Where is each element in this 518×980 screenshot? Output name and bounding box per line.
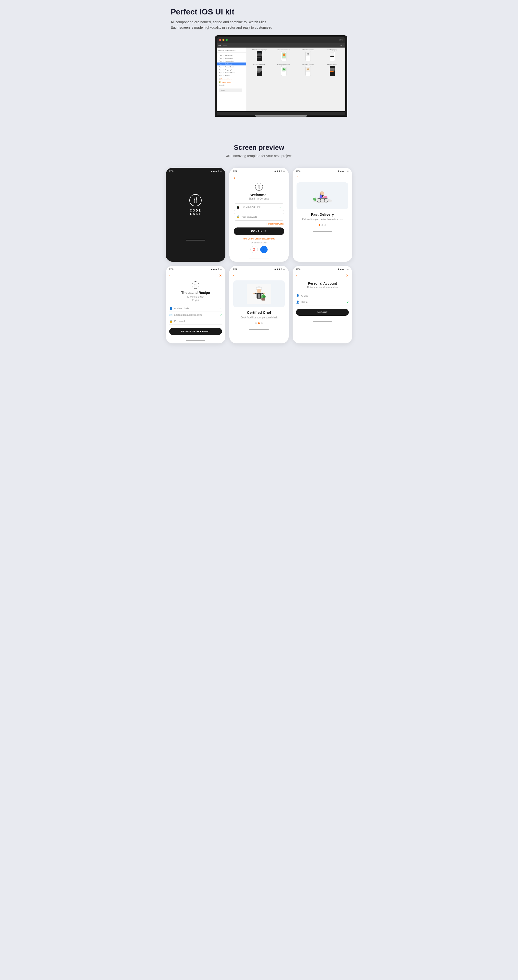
register-logo: 🍴: [169, 282, 222, 289]
dot-3[interactable]: [325, 224, 326, 226]
phone-nav-register: ‹ ✕: [169, 274, 222, 277]
svg-rect-5: [320, 196, 322, 198]
page-title: Perfect IOS UI kit: [171, 7, 347, 16]
page-description: All componend are named, sorted and comb…: [171, 19, 274, 30]
name-form-row[interactable]: 👤 Andrea Hirata ✓: [169, 305, 222, 312]
name-check-icon: ✓: [220, 307, 222, 310]
preview-title: Screen preview: [166, 144, 352, 151]
screen-col-5: 5.2-Product detail info: [248, 64, 271, 76]
back-arrow-chef[interactable]: ‹: [233, 273, 285, 277]
dot-2[interactable]: [322, 224, 323, 226]
password-input-field[interactable]: 🔒 Your password: [234, 213, 285, 221]
submit-button[interactable]: SUBMIT: [296, 309, 349, 316]
logo-circle: 🍴: [189, 194, 202, 207]
status-icons-1: ▲▲▲ ⌊ ▭: [211, 170, 222, 172]
social-buttons: G f: [234, 246, 285, 253]
status-icons-3: ▲▲▲ ⌊ ▭: [338, 170, 349, 172]
dot-chef-1[interactable]: [255, 322, 257, 324]
status-bar-5: 9:41 ▲▲▲ ⌊ ▭: [230, 266, 289, 271]
status-bar-3: 9:41 ▲▲▲ ⌊ ▭: [293, 168, 352, 173]
password-placeholder: Your password: [241, 215, 258, 218]
svg-point-8: [315, 197, 316, 199]
preview-subtitle: 40+ Amazing template for your next proje…: [166, 154, 352, 158]
mini-phone-4: [330, 51, 335, 61]
firstname-value: Andra: [301, 294, 308, 297]
laptop-device: Doku ◀ ▶ ⊞ ⊟ 38% LAYERS COMPONENTS Page …: [215, 35, 347, 117]
facebook-signin-button[interactable]: f: [260, 246, 268, 253]
lock-icon: 🔒: [236, 215, 240, 218]
svg-point-12: [257, 289, 261, 293]
forgot-password-link[interactable]: Forgot Password?: [234, 223, 285, 225]
sidebar-item-product-detail[interactable]: Page 5 - Product Detail: [217, 65, 246, 68]
lastname-form-row[interactable]: 👤 Hirata ✓: [296, 299, 349, 305]
status-time-5: 9:41: [233, 268, 237, 270]
close-icon-register[interactable]: ✕: [219, 274, 222, 277]
logo-text: CODE EAST: [190, 209, 201, 216]
back-arrow-delivery[interactable]: ‹: [296, 175, 348, 180]
laptop-base: [217, 112, 345, 115]
back-arrow-register[interactable]: ‹: [169, 274, 171, 277]
app-title-label: Doku: [339, 39, 343, 41]
status-time-3: 9:41: [296, 170, 300, 172]
sidebar-item-onboarding[interactable]: Page 1 - Onboarding: [217, 54, 246, 57]
phones-row-1: 9:41 ▲▲▲ ⌊ ▭ 🍴 CODE EAST 9: [166, 168, 352, 262]
back-arrow-account[interactable]: ‹: [296, 274, 297, 277]
mini-phone-2: [281, 51, 287, 61]
mini-phone-1: [257, 51, 262, 61]
screen-sidebar: LAYERS COMPONENTS Page 1 - Onboarding Pa…: [217, 48, 246, 111]
sidebar-item-shopping[interactable]: Page 6 - Shopping Cart: [217, 68, 246, 71]
wifi-icon-1: ⌊: [218, 170, 219, 172]
dot-1[interactable]: [319, 224, 320, 226]
lastname-check-icon: ✓: [347, 301, 349, 304]
sidebar-item-profiles[interactable]: Page 8 - Profiles: [217, 74, 246, 77]
sidebar-item-dashboard[interactable]: Page 4 - Dashboard: [217, 62, 246, 65]
chef-svg: [247, 284, 271, 304]
sidebar-item-preview[interactable]: 🖼️ Preview Image: [217, 80, 246, 84]
dot-chef-2[interactable]: [258, 322, 260, 324]
register-account-button[interactable]: REGISTER ACCOUNT: [169, 328, 222, 335]
phone-input-field[interactable]: 📱 +73 4928 943 293 ✓: [234, 204, 285, 211]
status-bar-2: 9:41 ▲▲▲ ⌊ ▭: [230, 168, 289, 173]
delivery-illustration: [296, 182, 348, 209]
account-subtitle: Enter your detail information: [296, 286, 349, 289]
dot-chef-3[interactable]: [261, 322, 263, 324]
register-fork-icon: 🍴: [192, 282, 199, 289]
signal-icon-1: ▲▲▲: [211, 170, 217, 172]
phone-splash: 9:41 ▲▲▲ ⌊ ▭ 🍴 CODE EAST: [166, 168, 225, 262]
login-fork-icon: 🍴: [255, 183, 263, 191]
delivery-title: Fast Delivery: [296, 212, 348, 216]
google-signin-button[interactable]: G: [250, 246, 258, 253]
screen-main: 4.1-Restaurant single page: [246, 48, 345, 111]
svg-point-20: [253, 293, 255, 294]
sidebar-item-map[interactable]: Page 3 - Map Location: [217, 60, 246, 62]
email-check-icon: ✓: [220, 313, 222, 316]
register-title: Thousand Recipe: [169, 291, 222, 294]
person-icon-lastname: 👤: [296, 301, 300, 304]
fork-icon: 🍴: [192, 197, 199, 204]
filter-button[interactable]: ▼ Filter: [219, 89, 242, 92]
person-icon: 👤: [169, 307, 173, 310]
home-indicator-3: [313, 231, 332, 232]
sidebar-item-symbols[interactable]: Symbols: [217, 84, 246, 86]
laptop-stand: [255, 115, 307, 117]
svg-point-7: [313, 198, 315, 200]
sidebar-item-registration[interactable]: Page 2 - Registration: [217, 57, 246, 60]
laptop-titlebar: Doku: [217, 37, 345, 43]
status-time-1: 9:41: [169, 170, 174, 172]
sidebar-item-chat[interactable]: Page 7 - Chat and Driver: [217, 71, 246, 74]
account-title: Personal Account: [296, 282, 349, 285]
firstname-form-row[interactable]: 👤 Andra ✓: [296, 293, 349, 299]
continue-button[interactable]: CONTINUE: [234, 228, 285, 235]
svg-point-25: [263, 296, 266, 298]
back-arrow-login[interactable]: ‹: [234, 175, 285, 180]
sidebar-item-docs[interactable]: 📋 Documentations: [217, 77, 246, 80]
phone-value: +73 4928 943 293: [241, 206, 261, 208]
close-icon-account[interactable]: ✕: [346, 274, 349, 277]
chef-content: ‹: [230, 271, 289, 326]
password-form-row[interactable]: 🔒 Password: [169, 318, 222, 325]
svg-point-24: [261, 296, 263, 298]
phone-check-icon: ✓: [279, 206, 282, 209]
status-time-2: 9:41: [233, 170, 237, 172]
email-form-row[interactable]: ✉️ andrea.hirata@code.com ✓: [169, 312, 222, 318]
status-time-4: 9:41: [169, 268, 174, 270]
